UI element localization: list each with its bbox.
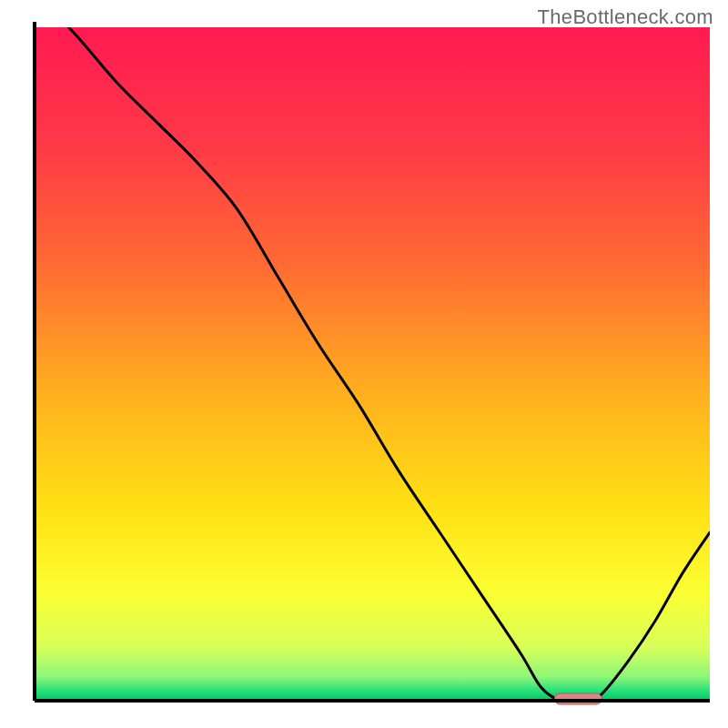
- attribution-text: TheBottleneck.com: [538, 5, 713, 29]
- bottleneck-chart: [0, 0, 728, 728]
- plot-gradient: [35, 27, 710, 701]
